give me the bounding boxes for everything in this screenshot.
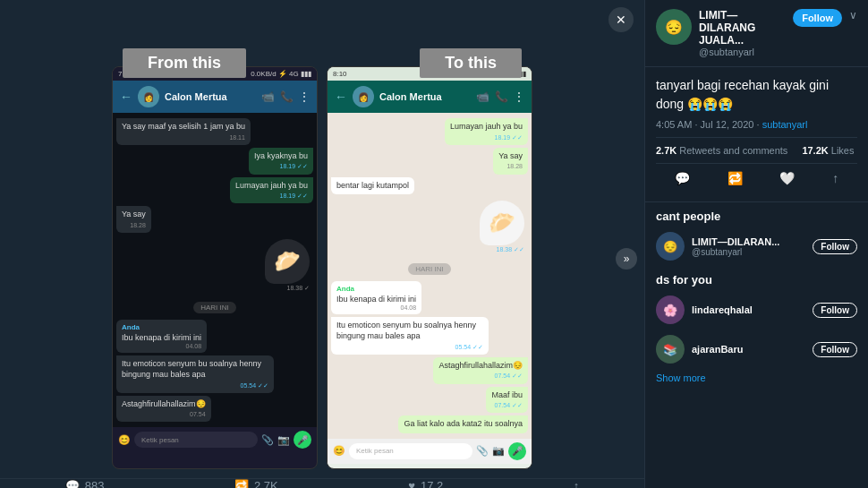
- show-more-link[interactable]: Show more: [645, 369, 868, 387]
- tweet-section: tanyarl bagi recehan kayak gini dong 😭😭😭…: [645, 67, 868, 202]
- call-icon-dark[interactable]: 📞: [280, 90, 294, 103]
- msg-3-dark: Lumayan jauh ya bu 18.19 ✓✓: [230, 177, 313, 204]
- follow-button[interactable]: Follow: [793, 9, 842, 27]
- day-separator-dark: HARI INI: [193, 302, 236, 313]
- attach-icon-dark[interactable]: 📎: [261, 434, 274, 446]
- like-stat-label: Likes: [831, 145, 855, 156]
- wa-avatar-light: 👩: [353, 86, 374, 107]
- msg-7-light: Ga liat kalo ada kata2 itu soalnya: [398, 415, 528, 433]
- right-panel-header: 😔 LIMIT—DILARANG JUALA... @subtanyarl Fo…: [645, 0, 868, 67]
- suggestion-follow-1[interactable]: Follow: [813, 239, 857, 254]
- menu-icon-dark[interactable]: ⋮: [299, 90, 310, 103]
- tweet-comment-btn[interactable]: 💬: [675, 171, 690, 185]
- suggestion-2: 🌸 lindareqhalal Follow: [645, 290, 868, 330]
- suggestion-info-2: lindareqhalal: [692, 304, 805, 315]
- suggestion-info-1: LIMIT—DILARAN... @subtanyarl: [692, 236, 805, 257]
- tweet-meta: 4:05 AM · Jul 12, 2020 · subtanyarl: [656, 119, 857, 130]
- tweet-author-link[interactable]: subtanyarl: [762, 119, 808, 130]
- input-placeholder-dark: Ketik pesan: [141, 436, 179, 444]
- msg-5-light: Astaghfirullahallazim😔 07.54 ✓✓: [433, 357, 528, 384]
- suggestion-follow-2[interactable]: Follow: [813, 303, 857, 318]
- input-placeholder-light: Ketik pesan: [356, 447, 394, 455]
- retweet-stat-label: Retweets and comments: [679, 145, 787, 156]
- suggestion-follow-3[interactable]: Follow: [813, 342, 857, 357]
- wa-avatar-dark: 👩: [138, 86, 159, 107]
- phone-light: 8:10 0.0KB/d ⚡ 4G ▮▮▮ ← 👩 Calon Mertua 📹…: [327, 66, 532, 469]
- tweet-text: tanyarl bagi recehan kayak gini dong 😭😭😭: [656, 76, 857, 114]
- msg-1-dark: Ya say maaf ya selisih 1 jam ya bu 18.11: [116, 118, 251, 145]
- mic-button-light[interactable]: 🎤: [508, 442, 526, 460]
- msg-2-dark: Iya kyaknya bu 18.19 ✓✓: [249, 148, 313, 175]
- from-label: From this: [123, 48, 246, 78]
- like-icon: ♥: [408, 479, 415, 488]
- day-separator-light: HARI INI: [408, 263, 451, 275]
- anda-msg-dark: Anda Ibu kenapa di kirimi ini 04.08: [116, 320, 207, 353]
- ads-section-title: ds for you: [645, 266, 868, 290]
- camera-icon-dark[interactable]: 📷: [277, 434, 290, 446]
- call-icon-light[interactable]: 📞: [495, 90, 508, 103]
- bottom-action-bar: 💬 883 🔁 2.7K ♥ 17.2 ↑: [0, 478, 644, 488]
- right-user-name: LIMIT—DILARANG JUALA...: [699, 9, 786, 47]
- tweet-like-btn[interactable]: 🤍: [779, 171, 795, 185]
- emoji-icon-dark[interactable]: 😊: [118, 434, 131, 446]
- msg-3-light: bentar lagi kutampol: [331, 177, 414, 195]
- wa-header-dark: ← 👩 Calon Mertua 📹 📞 ⋮: [113, 81, 317, 113]
- msg-6-dark: Astaghfirullahallazim😔 07.54: [116, 396, 211, 423]
- image-container: From this To this » 7:55 0.0KB/d ⚡ 4G ▮▮…: [0, 39, 644, 478]
- tweet-retweet-btn[interactable]: 🔁: [728, 171, 743, 185]
- camera-icon-light[interactable]: 📷: [492, 445, 505, 457]
- comment-count: 883: [85, 479, 105, 488]
- mic-button-dark[interactable]: 🎤: [294, 431, 311, 449]
- like-count: 17.2: [421, 479, 443, 488]
- suggestion-name-1: LIMIT—DILARAN...: [692, 236, 805, 247]
- user-info: LIMIT—DILARANG JUALA... @subtanyarl: [699, 9, 786, 57]
- emoji-icon-light[interactable]: 😊: [333, 445, 345, 457]
- like-stat-count: 17.2K: [802, 145, 828, 156]
- suggestion-avatar-3: 📚: [656, 335, 685, 364]
- suggestion-name-3: ajaranBaru: [692, 344, 805, 355]
- expand-button[interactable]: »: [616, 248, 637, 270]
- sticker-area-dark: 🥟 18.38 ✓: [116, 235, 313, 295]
- back-icon-dark[interactable]: ←: [120, 90, 132, 104]
- tweet-share-btn[interactable]: ↑: [832, 171, 838, 185]
- wa-contact-dark: Calon Mertua: [165, 91, 256, 102]
- close-button[interactable]: ✕: [608, 7, 634, 32]
- share-action[interactable]: ↑: [574, 479, 580, 488]
- suggestion-avatar-1: 😔: [656, 232, 685, 261]
- phone-screenshots: 7:55 0.0KB/d ⚡ 4G ▮▮▮ ← 👩 Calon Mertua 📹…: [112, 66, 532, 478]
- close-icon: ✕: [616, 13, 626, 27]
- attach-icon-light[interactable]: 📎: [476, 445, 489, 457]
- to-label: To this: [420, 48, 522, 78]
- relevant-section-title: cant people: [645, 202, 868, 227]
- sticker-area-light: 🥟 18.38 ✓✓: [331, 197, 528, 257]
- right-panel: 😔 LIMIT—DILARANG JUALA... @subtanyarl Fo…: [644, 0, 868, 488]
- video-icon-dark[interactable]: 📹: [261, 90, 275, 103]
- chevron-down-icon[interactable]: ∨: [849, 9, 857, 21]
- menu-icon-light[interactable]: ⋮: [514, 90, 524, 103]
- video-icon-light[interactable]: 📹: [476, 90, 489, 103]
- tweet-time: 4:05 AM · Jul 12, 2020 ·: [656, 119, 760, 130]
- input-field-light[interactable]: Ketik pesan: [349, 443, 472, 459]
- sticker-dark: 🥟: [265, 239, 310, 284]
- phone-dark: 7:55 0.0KB/d ⚡ 4G ▮▮▮ ← 👩 Calon Mertua 📹…: [112, 66, 318, 469]
- input-field-dark[interactable]: Ketik pesan: [134, 432, 258, 448]
- msg-5-dark: Itu emoticon senyum bu soalnya henny bin…: [116, 355, 274, 392]
- msg-2-light: Ya say 18.28: [493, 148, 528, 175]
- msg-4-dark: Ya say 18.28: [116, 206, 151, 233]
- comment-icon: 💬: [65, 479, 80, 488]
- right-avatar: 😔: [656, 9, 692, 45]
- anda-msg-light: Anda Ibu kenapa di kirimi ini 04.08: [331, 281, 421, 314]
- retweet-action[interactable]: 🔁 2.7K: [234, 479, 278, 488]
- chat-area-dark: Ya say maaf ya selisih 1 jam ya bu 18.11…: [113, 113, 317, 427]
- retweet-icon: 🔁: [234, 479, 249, 488]
- back-icon-light[interactable]: ←: [335, 90, 347, 104]
- like-action[interactable]: ♥ 17.2: [408, 479, 443, 488]
- wa-contact-light: Calon Mertua: [379, 91, 471, 102]
- msg-6-light: Maaf ibu 07.54 ✓✓: [486, 387, 528, 414]
- label-overlay: From this To this: [0, 48, 644, 78]
- suggestion-handle-1: @subtanyarl: [692, 247, 805, 257]
- retweet-count: 2.7K: [254, 479, 278, 488]
- wa-header-light: ← 👩 Calon Mertua 📹 📞 ⋮: [328, 81, 532, 113]
- retweet-stat: 2.7K Retweets and comments: [656, 145, 787, 156]
- comment-action[interactable]: 💬 883: [65, 479, 105, 488]
